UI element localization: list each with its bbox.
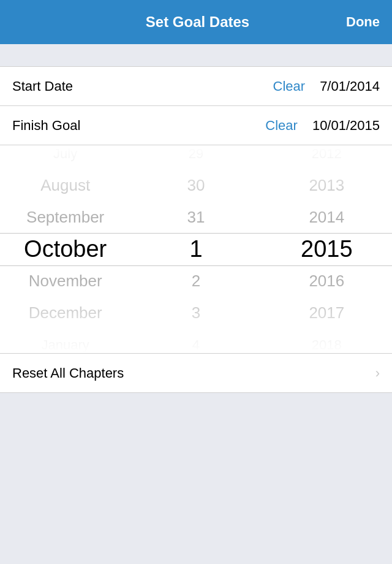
- navigation-bar: Set Goal Dates Done: [0, 0, 392, 44]
- picker-columns: July August September October November D…: [0, 145, 392, 353]
- picker-year-item: 2017: [262, 297, 392, 329]
- start-date-value: 7/01/2014: [320, 78, 380, 94]
- date-picker[interactable]: July August September October November D…: [0, 145, 392, 354]
- picker-year-item: 2013: [262, 170, 392, 202]
- picker-year-item: 2012: [262, 145, 392, 170]
- picker-month-item: July: [0, 145, 130, 170]
- finish-goal-row: Finish Goal Clear 10/01/2015: [0, 106, 392, 145]
- done-button[interactable]: Done: [346, 14, 380, 30]
- picker-day-item: 29: [130, 145, 261, 170]
- chevron-right-icon: ›: [375, 365, 380, 381]
- picker-day-selected: 1: [130, 234, 261, 265]
- picker-month-column[interactable]: July August September October November D…: [0, 145, 130, 353]
- picker-month-item: December: [0, 297, 130, 329]
- bottom-gap: [0, 393, 392, 516]
- picker-day-item: 3: [130, 297, 261, 329]
- picker-day-items: 29 30 31 1 2 3 4: [130, 145, 261, 354]
- picker-year-item: 2014: [262, 202, 392, 234]
- picker-year-item: 2018: [262, 329, 392, 354]
- picker-month-item: November: [0, 265, 130, 297]
- start-date-row: Start Date Clear 7/01/2014: [0, 67, 392, 106]
- picker-year-selected: 2015: [262, 234, 392, 265]
- top-gap: [0, 44, 392, 66]
- picker-year-items: 2012 2013 2014 2015 2016 2017 2018: [262, 145, 392, 354]
- picker-day-item: 31: [130, 202, 261, 234]
- picker-month-items: July August September October November D…: [0, 145, 130, 354]
- picker-month-item: January: [0, 329, 130, 354]
- start-date-clear-button[interactable]: Clear: [273, 78, 306, 94]
- reset-all-chapters-label: Reset All Chapters: [12, 365, 375, 381]
- finish-goal-value: 10/01/2015: [312, 118, 380, 134]
- picker-year-column[interactable]: 2012 2013 2014 2015 2016 2017 2018: [262, 145, 392, 353]
- finish-goal-label: Finish Goal: [12, 118, 265, 134]
- finish-goal-clear-button[interactable]: Clear: [265, 118, 298, 134]
- picker-month-item: September: [0, 202, 130, 234]
- picker-day-item: 30: [130, 170, 261, 202]
- reset-all-chapters-row[interactable]: Reset All Chapters ›: [0, 354, 392, 393]
- picker-day-column[interactable]: 29 30 31 1 2 3 4: [130, 145, 261, 353]
- picker-day-item: 4: [130, 329, 261, 354]
- page-title: Set Goal Dates: [146, 13, 249, 31]
- settings-table: Start Date Clear 7/01/2014 Finish Goal C…: [0, 66, 392, 393]
- picker-day-item: 2: [130, 265, 261, 297]
- start-date-label: Start Date: [12, 78, 273, 94]
- picker-year-item: 2016: [262, 265, 392, 297]
- picker-month-item: August: [0, 170, 130, 202]
- picker-month-selected: October: [0, 234, 130, 265]
